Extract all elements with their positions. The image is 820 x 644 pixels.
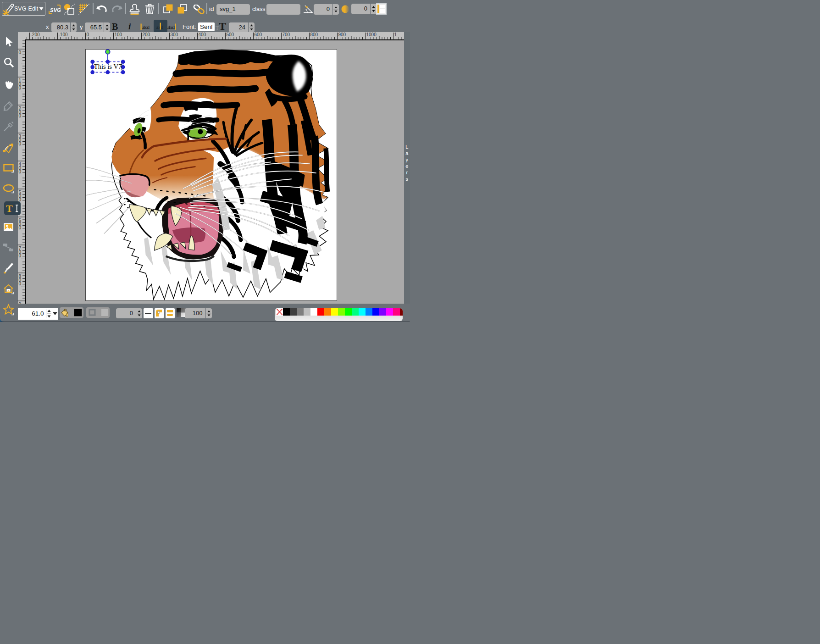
- svg-text:1000: 1000: [366, 32, 377, 37]
- svg-text:0: 0: [19, 281, 22, 286]
- svg-text:200: 200: [143, 32, 150, 37]
- svg-text:900: 900: [338, 32, 346, 37]
- svg-text:SVG: SVG: [50, 7, 61, 13]
- svg-text:700: 700: [283, 32, 290, 37]
- svg-text:0: 0: [19, 141, 22, 146]
- svg-text:abcd: abcd: [142, 24, 150, 30]
- svg-text:0: 0: [19, 85, 22, 90]
- svg-text:0: 0: [19, 113, 22, 118]
- svg-text:500: 500: [227, 32, 234, 37]
- svg-text:0: 0: [87, 32, 89, 37]
- svg-text:300: 300: [171, 32, 178, 37]
- svg-text:0: 0: [19, 50, 22, 55]
- svg-text:0: 0: [19, 225, 22, 230]
- svg-text:0: 0: [19, 253, 22, 258]
- svg-text:0: 0: [19, 169, 22, 174]
- svg-text:-100: -100: [59, 32, 68, 37]
- svg-text:800: 800: [310, 32, 318, 37]
- svg-text:1: 1: [394, 32, 397, 37]
- svg-text:-200: -200: [31, 32, 40, 37]
- svg-text:T: T: [6, 203, 13, 214]
- svg-text:400: 400: [199, 32, 206, 37]
- svg-text:abcd: abcd: [167, 24, 175, 30]
- svg-text:100: 100: [115, 32, 122, 37]
- svg-text:abcd: abcd: [156, 24, 164, 30]
- svg-text:600: 600: [255, 32, 262, 37]
